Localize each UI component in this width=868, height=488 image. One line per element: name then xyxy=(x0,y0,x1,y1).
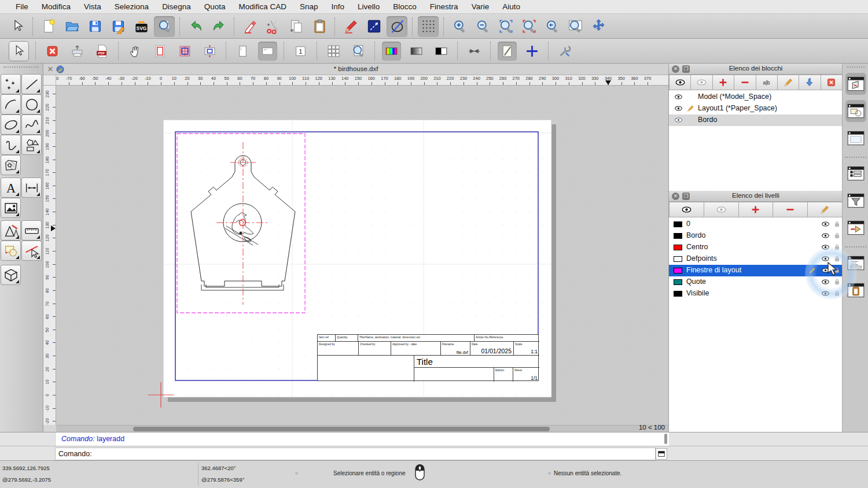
zoom-in-button[interactable] xyxy=(449,16,470,37)
dock-properties-icon[interactable] xyxy=(845,279,866,301)
remove-block-button[interactable] xyxy=(734,75,756,90)
command-input[interactable] xyxy=(92,448,655,460)
menu-file[interactable]: File xyxy=(9,2,35,11)
hide-all-layers-button[interactable] xyxy=(704,202,739,217)
pan-button[interactable] xyxy=(588,16,609,37)
dock-library-icon[interactable] xyxy=(845,100,866,122)
color-mode-button[interactable] xyxy=(382,42,401,61)
pointer-mode-button[interactable] xyxy=(9,41,29,61)
dock-command-history-icon[interactable] xyxy=(845,252,866,274)
layer-color-swatch[interactable] xyxy=(674,245,682,250)
print-button[interactable] xyxy=(68,42,87,61)
text-tool-button[interactable]: A xyxy=(1,178,21,198)
layer-row-centro[interactable]: Centro xyxy=(669,242,843,253)
grid-button[interactable] xyxy=(418,16,439,37)
svg-export-button[interactable]: SVG xyxy=(131,16,152,37)
layer-lock-icon[interactable] xyxy=(833,231,841,240)
spline-tool-button[interactable] xyxy=(21,114,42,135)
line-tool-button[interactable] xyxy=(21,74,42,94)
layer-color-swatch[interactable] xyxy=(674,279,682,285)
layer-color-swatch[interactable] xyxy=(674,233,682,239)
block-edit-tool-button[interactable] xyxy=(1,241,21,261)
pointer-button[interactable] xyxy=(7,16,28,37)
menu-modifica-cad[interactable]: Modifica CAD xyxy=(232,2,293,11)
zoom-selection-button[interactable] xyxy=(518,16,539,37)
layer-lock-icon[interactable] xyxy=(833,289,841,298)
solid-tool-button[interactable] xyxy=(1,265,21,285)
page-one-button[interactable]: 1 xyxy=(291,42,310,61)
menu-snap[interactable]: Snap xyxy=(293,2,325,11)
menu-blocco[interactable]: Blocco xyxy=(387,2,424,11)
remove-layer-button[interactable] xyxy=(773,202,808,217)
zoom-auto-button[interactable] xyxy=(495,16,516,37)
measure-tool-button[interactable] xyxy=(21,220,42,241)
menu-varie[interactable]: Varie xyxy=(465,2,496,11)
layer-lock-icon[interactable] xyxy=(833,243,841,252)
show-all-blocks-button[interactable] xyxy=(669,75,691,90)
zoom-previous-button[interactable] xyxy=(542,16,562,37)
insert-block-button[interactable] xyxy=(799,75,821,90)
menu-quota[interactable]: Quota xyxy=(198,2,233,11)
block-visible-icon[interactable] xyxy=(674,116,683,124)
add-layer-button[interactable] xyxy=(739,202,774,217)
layer-row-defpoints[interactable]: Defpoints xyxy=(669,253,843,265)
arc-tool-button[interactable] xyxy=(1,94,21,114)
lineweight-button[interactable] xyxy=(465,42,484,61)
menu-modifica[interactable]: Modifica xyxy=(35,2,78,11)
dock-layers-icon[interactable] xyxy=(845,162,866,184)
ellipse-tool-button[interactable] xyxy=(1,114,21,135)
layer-visible-icon[interactable] xyxy=(821,231,830,240)
drawing-canvas[interactable]: Item ref Quantity Title/Name, destinatio… xyxy=(56,86,668,425)
paste-button[interactable] xyxy=(309,16,330,37)
layer-visible-icon[interactable] xyxy=(821,220,830,228)
cut-button[interactable] xyxy=(263,16,284,37)
grayscale-mode-button[interactable] xyxy=(407,42,426,61)
layer-row-quote[interactable]: Quote xyxy=(669,276,843,288)
layer-visible-icon[interactable] xyxy=(821,278,830,286)
settings-button[interactable] xyxy=(556,42,575,61)
layer-lock-icon[interactable] xyxy=(833,266,841,275)
layer-row-finestre-di-layout[interactable]: Finestre di layout xyxy=(669,265,843,276)
shape-tool-button[interactable] xyxy=(21,135,42,155)
show-all-layers-button[interactable] xyxy=(669,202,704,217)
layer-color-swatch[interactable] xyxy=(674,256,682,262)
open-file-button[interactable] xyxy=(61,16,82,37)
edit-layer-button[interactable] xyxy=(808,202,843,217)
menu-finestra[interactable]: Finestra xyxy=(424,2,465,11)
rename-block-button[interactable]: a|b xyxy=(756,75,778,90)
horizontal-scrollbar[interactable]: 10 < 100 xyxy=(56,425,668,432)
point-tool-button[interactable] xyxy=(1,74,21,94)
specials-button[interactable] xyxy=(387,16,407,37)
layer-row-visibile[interactable]: Visibile xyxy=(669,288,843,300)
dock-selection-icon[interactable] xyxy=(845,217,866,239)
hatch-tool-button[interactable] xyxy=(1,155,21,175)
draft-mode-button[interactable] xyxy=(498,42,517,61)
undo-button[interactable] xyxy=(185,16,206,37)
purge-blocks-button[interactable] xyxy=(821,75,843,90)
distance-button[interactable] xyxy=(363,16,384,37)
layer-color-swatch[interactable] xyxy=(674,268,682,273)
add-block-button[interactable] xyxy=(713,75,734,90)
zoom-out-button[interactable] xyxy=(472,16,493,37)
pan-hand-button[interactable] xyxy=(126,42,145,61)
delete-button[interactable] xyxy=(240,16,260,37)
print-preview-button[interactable] xyxy=(154,16,175,37)
block-row-layout1[interactable]: Layout1 (*Paper_Space) xyxy=(669,103,843,114)
menu-livello[interactable]: Livello xyxy=(351,2,387,11)
pdf-export-button[interactable]: PDF xyxy=(93,42,112,61)
block-visible-icon[interactable] xyxy=(674,93,683,101)
layer-visible-icon[interactable] xyxy=(821,289,830,298)
menu-disegna[interactable]: Disegna xyxy=(156,2,198,11)
save-as-button[interactable] xyxy=(108,16,128,37)
layer-row-bordo[interactable]: Bordo xyxy=(669,230,843,242)
circle-tool-button[interactable] xyxy=(21,94,42,114)
layer-visible-icon[interactable] xyxy=(821,243,830,252)
crosshair-button[interactable] xyxy=(523,42,542,61)
modify-tool-button[interactable] xyxy=(1,220,21,241)
edit-block-button[interactable] xyxy=(778,75,799,90)
zoom-page-button[interactable] xyxy=(349,42,368,61)
layer-color-swatch[interactable] xyxy=(674,291,682,297)
viewport-button[interactable] xyxy=(175,42,194,61)
zoom-window-button[interactable] xyxy=(565,16,586,37)
polyline-tool-button[interactable] xyxy=(1,135,21,155)
